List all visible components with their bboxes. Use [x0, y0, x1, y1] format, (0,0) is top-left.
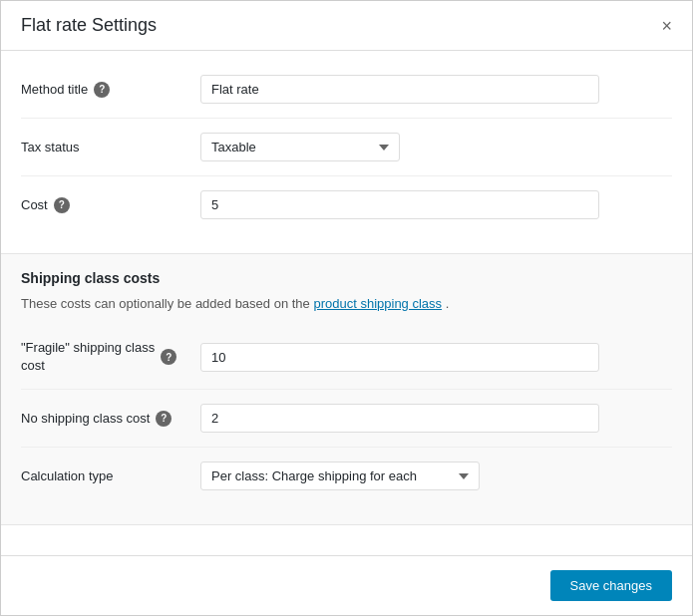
main-form-section: Method title ? Tax status Taxable None [1, 51, 692, 253]
fragile-cost-label: "Fragile" shipping class cost ? [21, 339, 200, 375]
flat-rate-settings-modal: Flat rate Settings × Method title ? T [0, 0, 693, 616]
method-title-input[interactable] [200, 75, 599, 104]
fragile-cost-help-icon[interactable]: ? [161, 349, 176, 365]
calculation-type-row: Calculation type Per class: Charge shipp… [21, 448, 672, 504]
tax-status-select[interactable]: Taxable None [200, 133, 400, 161]
save-changes-button[interactable]: Save changes [550, 570, 672, 601]
no-shipping-class-cost-row: No shipping class cost ? [21, 390, 672, 448]
calculation-type-control: Per class: Charge shipping for each Per … [200, 462, 599, 490]
modal-footer: Save changes [1, 555, 692, 615]
shipping-class-section: Shipping class costs These costs can opt… [1, 253, 692, 525]
product-shipping-class-link[interactable]: product shipping class [313, 296, 442, 311]
close-button[interactable]: × [661, 17, 672, 35]
cost-control [200, 190, 599, 219]
modal-body: Method title ? Tax status Taxable None [1, 51, 692, 555]
fragile-cost-input[interactable] [200, 343, 599, 372]
method-title-row: Method title ? [21, 61, 672, 119]
modal-header: Flat rate Settings × [1, 1, 692, 51]
no-shipping-class-cost-help-icon[interactable]: ? [156, 411, 172, 427]
cost-help-icon[interactable]: ? [54, 197, 70, 213]
method-title-control [200, 75, 599, 104]
no-shipping-class-cost-control [200, 404, 599, 433]
calculation-type-select[interactable]: Per class: Charge shipping for each Per … [200, 462, 480, 490]
calculation-type-label: Calculation type [21, 468, 200, 483]
method-title-help-icon[interactable]: ? [94, 82, 110, 98]
tax-status-control: Taxable None [200, 133, 599, 161]
shipping-class-description: These costs can optionally be added base… [21, 296, 672, 311]
shipping-class-heading: Shipping class costs [21, 270, 672, 286]
cost-label: Cost ? [21, 197, 200, 213]
tax-status-label: Tax status [21, 140, 200, 154]
modal-title: Flat rate Settings [21, 15, 157, 36]
no-shipping-class-cost-label: No shipping class cost ? [21, 411, 200, 427]
method-title-label: Method title ? [21, 82, 200, 98]
tax-status-row: Tax status Taxable None [21, 119, 672, 176]
fragile-cost-row: "Fragile" shipping class cost ? [21, 325, 672, 390]
cost-row: Cost ? [21, 176, 672, 233]
no-shipping-class-cost-input[interactable] [200, 404, 599, 433]
fragile-cost-control [200, 343, 599, 372]
cost-input[interactable] [200, 190, 599, 219]
